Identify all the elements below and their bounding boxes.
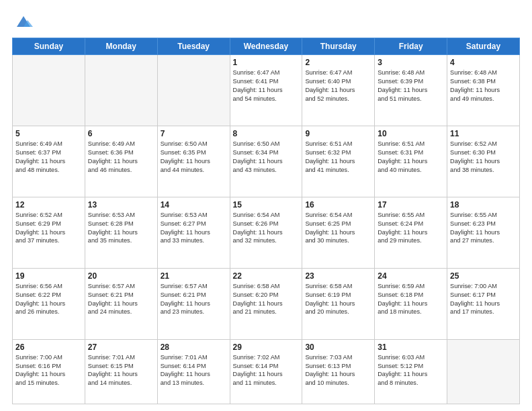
day-number: 22 (233, 271, 300, 281)
logo-icon (14, 12, 33, 31)
day-number: 7 (161, 129, 227, 138)
day-info: Sunrise: 6:55 AM Sunset: 6:24 PM Dayligh… (378, 211, 444, 246)
weekday-header-friday: Friday (375, 38, 447, 55)
weekday-header-saturday: Saturday (447, 38, 520, 55)
day-number: 11 (450, 129, 517, 138)
calendar-cell: 7Sunrise: 6:50 AM Sunset: 6:35 PM Daylig… (157, 126, 230, 197)
calendar-cell: 24Sunrise: 6:59 AM Sunset: 6:18 PM Dayli… (375, 268, 447, 339)
day-number: 29 (233, 342, 300, 352)
day-info: Sunrise: 6:50 AM Sunset: 6:35 PM Dayligh… (161, 140, 227, 175)
calendar-cell (13, 55, 85, 126)
calendar-week-row: 5Sunrise: 6:49 AM Sunset: 6:37 PM Daylig… (13, 126, 520, 197)
day-number: 19 (15, 271, 82, 281)
day-number: 31 (378, 342, 444, 352)
calendar-cell: 2Sunrise: 6:47 AM Sunset: 6:40 PM Daylig… (302, 55, 375, 126)
day-number: 28 (161, 342, 227, 352)
calendar-cell: 31Sunrise: 6:03 AM Sunset: 5:12 PM Dayli… (375, 339, 447, 404)
day-number: 15 (233, 200, 300, 210)
day-number: 27 (88, 342, 154, 352)
calendar-cell: 12Sunrise: 6:52 AM Sunset: 6:29 PM Dayli… (13, 197, 85, 268)
day-info: Sunrise: 6:50 AM Sunset: 6:34 PM Dayligh… (233, 140, 300, 175)
calendar-cell: 27Sunrise: 7:01 AM Sunset: 6:15 PM Dayli… (85, 339, 157, 404)
weekday-header-tuesday: Tuesday (157, 38, 230, 55)
calendar-cell: 15Sunrise: 6:54 AM Sunset: 6:26 PM Dayli… (230, 197, 302, 268)
calendar-cell: 14Sunrise: 6:53 AM Sunset: 6:27 PM Dayli… (157, 197, 230, 268)
day-number: 26 (15, 342, 82, 352)
day-info: Sunrise: 7:02 AM Sunset: 6:14 PM Dayligh… (233, 353, 300, 388)
day-number: 25 (450, 271, 517, 281)
day-number: 12 (15, 200, 82, 210)
weekday-header-sunday: Sunday (13, 38, 85, 55)
day-number: 17 (378, 200, 444, 210)
day-number: 13 (88, 200, 154, 210)
calendar-week-row: 26Sunrise: 7:00 AM Sunset: 6:16 PM Dayli… (13, 339, 520, 404)
day-info: Sunrise: 6:54 AM Sunset: 6:26 PM Dayligh… (233, 211, 300, 246)
weekday-header-monday: Monday (85, 38, 157, 55)
calendar-cell (447, 339, 520, 404)
calendar-cell: 19Sunrise: 6:56 AM Sunset: 6:22 PM Dayli… (13, 268, 85, 339)
day-info: Sunrise: 6:52 AM Sunset: 6:29 PM Dayligh… (15, 211, 82, 246)
day-info: Sunrise: 6:48 AM Sunset: 6:39 PM Dayligh… (378, 68, 444, 103)
calendar-cell: 25Sunrise: 7:00 AM Sunset: 6:17 PM Dayli… (447, 268, 520, 339)
day-info: Sunrise: 6:55 AM Sunset: 6:23 PM Dayligh… (450, 211, 517, 246)
day-info: Sunrise: 6:57 AM Sunset: 6:21 PM Dayligh… (88, 282, 154, 317)
calendar-cell: 30Sunrise: 7:03 AM Sunset: 6:13 PM Dayli… (302, 339, 375, 404)
day-number: 23 (305, 271, 371, 281)
day-number: 6 (88, 129, 154, 138)
weekday-header-wednesday: Wednesday (230, 38, 302, 55)
day-info: Sunrise: 7:00 AM Sunset: 6:17 PM Dayligh… (450, 282, 517, 317)
day-info: Sunrise: 6:58 AM Sunset: 6:20 PM Dayligh… (233, 282, 300, 317)
page: SundayMondayTuesdayWednesdayThursdayFrid… (0, 0, 532, 411)
day-info: Sunrise: 7:03 AM Sunset: 6:13 PM Dayligh… (305, 353, 371, 388)
day-number: 2 (305, 58, 371, 67)
calendar-cell: 4Sunrise: 6:48 AM Sunset: 6:38 PM Daylig… (447, 55, 520, 126)
day-info: Sunrise: 6:53 AM Sunset: 6:28 PM Dayligh… (88, 211, 154, 246)
calendar-cell: 6Sunrise: 6:49 AM Sunset: 6:36 PM Daylig… (85, 126, 157, 197)
calendar-cell: 17Sunrise: 6:55 AM Sunset: 6:24 PM Dayli… (375, 197, 447, 268)
day-info: Sunrise: 6:54 AM Sunset: 6:25 PM Dayligh… (305, 211, 371, 246)
calendar-cell: 11Sunrise: 6:52 AM Sunset: 6:30 PM Dayli… (447, 126, 520, 197)
day-info: Sunrise: 6:52 AM Sunset: 6:30 PM Dayligh… (450, 140, 517, 175)
day-number: 16 (305, 200, 371, 210)
day-info: Sunrise: 6:03 AM Sunset: 5:12 PM Dayligh… (378, 353, 444, 388)
day-number: 4 (450, 58, 517, 67)
calendar-cell: 21Sunrise: 6:57 AM Sunset: 6:21 PM Dayli… (157, 268, 230, 339)
calendar-week-row: 1Sunrise: 6:47 AM Sunset: 6:41 PM Daylig… (13, 55, 520, 126)
day-number: 24 (378, 271, 444, 281)
calendar-cell (157, 55, 230, 126)
day-number: 1 (233, 58, 300, 67)
calendar-cell: 1Sunrise: 6:47 AM Sunset: 6:41 PM Daylig… (230, 55, 302, 126)
calendar-cell: 10Sunrise: 6:51 AM Sunset: 6:31 PM Dayli… (375, 126, 447, 197)
day-info: Sunrise: 6:59 AM Sunset: 6:18 PM Dayligh… (378, 282, 444, 317)
calendar-cell (85, 55, 157, 126)
calendar-cell: 26Sunrise: 7:00 AM Sunset: 6:16 PM Dayli… (13, 339, 85, 404)
logo (12, 12, 33, 31)
day-number: 20 (88, 271, 154, 281)
calendar-cell: 3Sunrise: 6:48 AM Sunset: 6:39 PM Daylig… (375, 55, 447, 126)
day-info: Sunrise: 6:57 AM Sunset: 6:21 PM Dayligh… (161, 282, 227, 317)
day-number: 10 (378, 129, 444, 138)
day-number: 18 (450, 200, 517, 210)
calendar-cell: 13Sunrise: 6:53 AM Sunset: 6:28 PM Dayli… (85, 197, 157, 268)
day-number: 8 (233, 129, 300, 138)
day-number: 21 (161, 271, 227, 281)
day-info: Sunrise: 6:49 AM Sunset: 6:37 PM Dayligh… (15, 140, 82, 175)
calendar-cell: 8Sunrise: 6:50 AM Sunset: 6:34 PM Daylig… (230, 126, 302, 197)
day-info: Sunrise: 7:01 AM Sunset: 6:14 PM Dayligh… (161, 353, 227, 388)
calendar-cell: 28Sunrise: 7:01 AM Sunset: 6:14 PM Dayli… (157, 339, 230, 404)
day-info: Sunrise: 6:51 AM Sunset: 6:31 PM Dayligh… (378, 140, 444, 175)
calendar-cell: 22Sunrise: 6:58 AM Sunset: 6:20 PM Dayli… (230, 268, 302, 339)
calendar-cell: 23Sunrise: 6:58 AM Sunset: 6:19 PM Dayli… (302, 268, 375, 339)
day-info: Sunrise: 6:47 AM Sunset: 6:41 PM Dayligh… (233, 68, 300, 103)
calendar-week-row: 19Sunrise: 6:56 AM Sunset: 6:22 PM Dayli… (13, 268, 520, 339)
weekday-header-row: SundayMondayTuesdayWednesdayThursdayFrid… (13, 38, 520, 55)
calendar-cell: 20Sunrise: 6:57 AM Sunset: 6:21 PM Dayli… (85, 268, 157, 339)
calendar-table: SundayMondayTuesdayWednesdayThursdayFrid… (12, 38, 520, 404)
day-number: 3 (378, 58, 444, 67)
day-info: Sunrise: 6:47 AM Sunset: 6:40 PM Dayligh… (305, 68, 371, 103)
weekday-header-thursday: Thursday (302, 38, 375, 55)
day-number: 5 (15, 129, 82, 138)
calendar-cell: 9Sunrise: 6:51 AM Sunset: 6:32 PM Daylig… (302, 126, 375, 197)
day-number: 30 (305, 342, 371, 352)
day-info: Sunrise: 6:51 AM Sunset: 6:32 PM Dayligh… (305, 140, 371, 175)
